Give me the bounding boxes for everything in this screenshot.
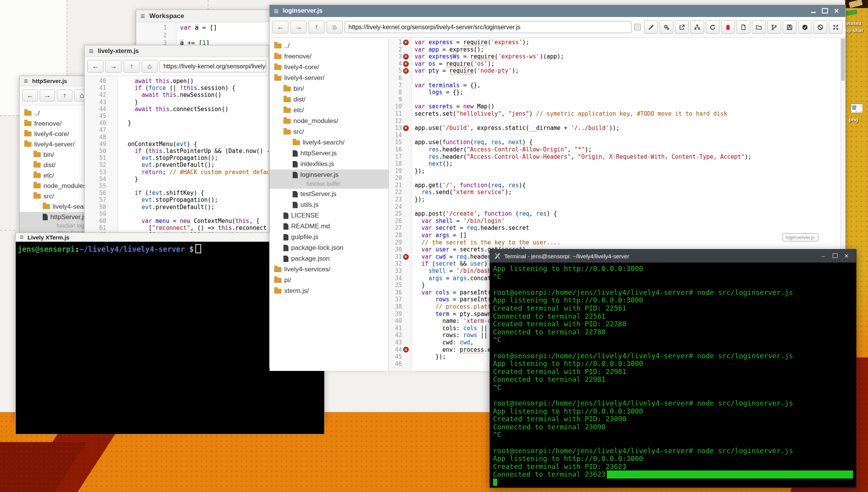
desktop-icon-label[interactable]: .png [848,117,858,123]
back-button[interactable]: ← [87,60,103,73]
folder-icon [283,97,291,102]
gears-button[interactable] [660,20,673,34]
tree-item[interactable]: utils.js [270,199,388,210]
up-button[interactable]: ↑ [123,60,140,73]
tree-item-label: xterm.js/ [284,287,309,295]
sitemap-button[interactable] [690,20,704,34]
menu-icon[interactable]: ≡ [140,12,145,20]
menu-icon[interactable]: ≡ [24,78,28,85]
code-line: 18 next(); [389,160,845,168]
back-button[interactable]: ← [272,21,288,33]
accept-button[interactable] [798,20,812,34]
tree-item[interactable]: gulpfile.js [270,232,388,243]
tree-item[interactable]: loginserver.js [270,170,388,180]
gutter-marker [402,311,410,318]
desktop-icon-label[interactable]: up shar [845,28,863,33]
tree-item[interactable]: lively4-server/ [270,73,388,83]
file-icon [283,223,288,230]
open-external-button[interactable] [675,20,689,34]
menu-icon[interactable]: ≡ [274,7,278,15]
maximize-button[interactable] [829,253,841,259]
toggle-fullscreen-button[interactable] [829,20,843,34]
tree-item[interactable]: indexfiles.js [270,159,388,170]
layout-guide [208,0,208,10]
tree-item[interactable]: xterm.js/ [270,286,388,296]
tree-item[interactable]: pi/ [270,275,388,286]
tree-item[interactable]: ../ [270,40,388,51]
folder-button[interactable] [752,20,766,34]
back-button[interactable]: ← [22,90,38,101]
brush-button[interactable] [644,20,658,34]
up-button[interactable]: ↑ [57,90,72,101]
tree-item[interactable]: node_modules/ [270,116,388,126]
workspace-titlebar[interactable]: ≡ Workspace [136,10,270,22]
minimize-button[interactable]: – [818,253,829,259]
code-text [115,126,121,133]
line-number: 15 [389,139,402,146]
tree-item[interactable]: testServer.js [270,189,388,199]
code-text: var args = [] [410,232,466,239]
tree-item[interactable]: src/ [270,126,388,137]
tree-item[interactable]: bin/ [270,83,388,94]
home-button[interactable]: ⌂ [142,60,158,73]
terminal-output[interactable]: App listening to http://0.0.0.0:3000^C r… [490,263,856,489]
terminal-line: Connected to terminal 22981 [493,376,853,384]
code-line: 48 [85,134,269,141]
menu-icon[interactable]: ≡ [20,233,24,241]
git-branch-button[interactable] [767,20,781,34]
minimize-button[interactable] [808,7,818,15]
close-button[interactable]: ✕ [841,253,852,259]
cancel-button[interactable] [813,20,827,34]
tree-item[interactable]: package-lock.json [270,243,388,253]
tree-item[interactable]: etc/ [270,105,388,116]
gutter-marker: ✕ [402,253,410,261]
code-line: 56 if (!evt.shiftKey) { [85,189,269,196]
line-number: 18 [389,160,402,168]
refresh-button[interactable] [706,20,720,34]
terminal-line: App listening to http://0.0.0.0:3000 [493,296,853,304]
xterm-editor-titlebar[interactable]: ≡ lively-xterm.js [85,45,269,57]
gutter-marker [402,189,410,196]
code-line: 60 var menu = new ContextMenu(this, [ [85,218,269,224]
forward-button[interactable]: → [290,21,307,33]
folder-icon [274,76,282,81]
tree-item[interactable]: freenove/ [270,51,388,62]
save-button[interactable] [783,20,796,34]
tree-item[interactable]: lively4-search/ [270,137,388,148]
edit-mode-checkbox[interactable] [634,24,641,30]
png-file-icon[interactable] [851,104,863,113]
desktop-icon-label[interactable]: wasea [846,20,861,26]
new-file-button[interactable] [736,20,750,34]
terminal-line: root@sensorpi:/home/jens/lively4/lively4… [493,399,853,407]
line-number: 6 [389,75,402,82]
tree-item[interactable]: httpServer.js [270,148,388,159]
tree-item-label: httpServer.js [300,150,337,157]
tree-item[interactable]: package.json [270,253,388,264]
tree-item[interactable]: lively4-services/ [270,264,388,275]
tree-item[interactable]: LICENSE [270,210,388,221]
loginserver-titlebar[interactable]: ≡ loginserver.js ✕ [270,5,845,17]
window-title: loginserver.js [283,7,322,14]
url-input[interactable]: https://lively-kernel.org/sensorpi/livel… [160,60,266,72]
forward-button[interactable]: → [105,60,122,73]
menu-icon[interactable]: ≡ [89,47,93,55]
up-button[interactable]: ↑ [308,21,325,33]
forward-button[interactable]: → [40,90,55,101]
gutter-marker [402,232,410,239]
xterm-code-editor[interactable]: 40 await this.open()41 if (force || !thi… [85,76,269,254]
close-button[interactable]: ✕ [831,7,841,15]
tree-item[interactable]: README.md [270,221,388,232]
tree-item[interactable]: lively4-core/ [270,62,388,73]
tree-item[interactable]: dist/ [270,94,388,105]
url-input[interactable]: https://lively-kernel.org/sensorpi/livel… [345,21,631,33]
folder-icon [33,152,41,157]
line-number: 11 [389,110,402,118]
gutter-marker [402,218,410,225]
code-line: 61 ["reconnect", () => this.reconnect [85,224,269,231]
up-icon: ↑ [315,23,318,31]
trash-button[interactable] [721,20,735,34]
scrollbar-thumb[interactable] [841,38,845,81]
terminal-titlebar[interactable]: Terminal - jens@sensorpi: ~/lively4/live… [490,249,856,263]
home-button[interactable]: ⌂ [327,21,343,33]
maximize-button[interactable] [820,7,830,15]
